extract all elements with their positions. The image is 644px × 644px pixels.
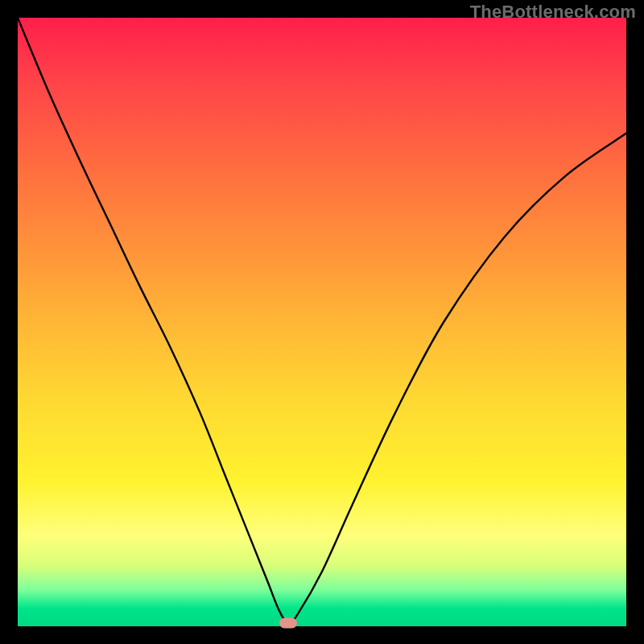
optimal-point-marker <box>279 618 297 629</box>
bottleneck-curve-path <box>18 18 626 623</box>
chart-curve <box>18 18 626 626</box>
watermark-text: TheBottleneck.com <box>470 2 636 23</box>
chart-frame: TheBottleneck.com <box>0 0 644 644</box>
